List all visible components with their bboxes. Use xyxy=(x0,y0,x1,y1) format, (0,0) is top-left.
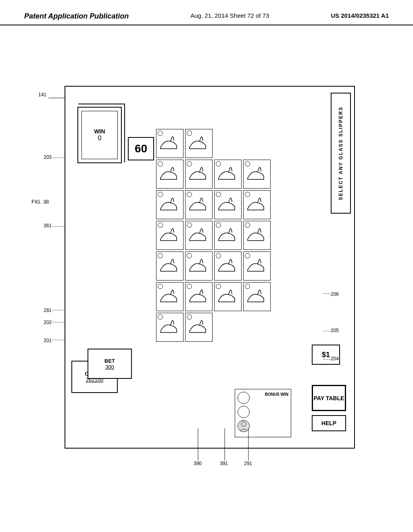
patent-number-label: US 2014/0235321 A1 xyxy=(331,12,389,19)
shoe-icon xyxy=(217,287,237,307)
shoe-card[interactable] xyxy=(156,160,184,189)
game-screen: WIN 0 SELECT ANY GLASS SLIPPERS 60 xyxy=(65,86,355,449)
ref-202-line xyxy=(52,322,65,322)
shoe-icon xyxy=(159,225,179,245)
shoe-card[interactable] xyxy=(185,313,213,342)
ref-281-line xyxy=(52,310,64,310)
shoe-card[interactable] xyxy=(156,129,184,158)
ref-205-line xyxy=(323,331,331,331)
bonus-circle-1[interactable] xyxy=(238,392,250,404)
ref-291: 291 xyxy=(244,461,252,466)
shoe-card[interactable] xyxy=(185,282,213,311)
ref-201: 201 xyxy=(44,338,52,343)
shoe-card[interactable] xyxy=(214,251,242,281)
shoe-icon xyxy=(188,317,208,337)
ref-203: 203 xyxy=(44,154,52,160)
win-area: WIN 0 xyxy=(77,107,122,163)
bet-value: 300 xyxy=(105,364,114,370)
shoe-icon xyxy=(188,164,208,184)
shoe-card[interactable] xyxy=(214,160,242,189)
content-area: 141 292 WIN 0 xyxy=(0,25,413,525)
shoe-card[interactable] xyxy=(214,190,242,219)
ref-391: 391 xyxy=(220,461,228,466)
bonus-win-area: BONUS WIN xyxy=(235,389,291,437)
select-banner: SELECT ANY GLASS SLIPPERS xyxy=(331,93,351,214)
shoe-card[interactable] xyxy=(185,221,213,250)
shoe-card[interactable] xyxy=(156,221,184,250)
svg-point-3 xyxy=(241,422,246,426)
shoe-icon xyxy=(159,256,179,276)
ref-204-line xyxy=(323,359,331,360)
ref-391-vline xyxy=(224,428,225,461)
number-60-display: 60 xyxy=(128,137,154,160)
shoe-icon xyxy=(188,133,208,154)
shoe-card[interactable] xyxy=(214,221,242,250)
shoe-icon xyxy=(188,287,208,307)
shoe-card[interactable] xyxy=(243,251,271,281)
shoe-card[interactable] xyxy=(243,221,271,250)
shoe-icon xyxy=(246,225,266,245)
portrait-icon xyxy=(238,420,249,432)
ref-390: 390 xyxy=(194,461,202,466)
win-value: 0 xyxy=(98,135,102,142)
shoe-card[interactable] xyxy=(185,160,213,189)
shoe-icon xyxy=(188,195,208,215)
ref-141: 141 xyxy=(38,92,46,98)
shoe-icon xyxy=(159,287,179,307)
shoe-icon xyxy=(217,195,237,215)
win-label: WIN xyxy=(94,128,105,135)
bonus-circles xyxy=(238,392,250,432)
ref-361-line xyxy=(52,226,65,227)
ref-203-line xyxy=(52,158,65,158)
shoe-icon xyxy=(159,133,179,154)
shoe-icon xyxy=(159,164,179,184)
shoe-icon xyxy=(188,256,208,276)
shoe-card[interactable] xyxy=(214,282,242,311)
bet-label: BET xyxy=(104,358,115,364)
shoe-icon xyxy=(217,164,237,184)
shoe-card[interactable] xyxy=(243,190,271,219)
ref-201-line xyxy=(52,340,65,340)
bonus-circle-2[interactable] xyxy=(238,406,250,418)
shoe-icon xyxy=(217,256,237,276)
shoe-card[interactable] xyxy=(156,190,184,219)
figure-label: FIG. 38 xyxy=(31,199,49,205)
shoe-icon xyxy=(188,225,208,245)
dollar-button[interactable]: $1 xyxy=(312,345,340,365)
bet-display: BET 300 xyxy=(88,349,132,379)
page-header: Patent Application Publication Aug. 21, … xyxy=(0,0,413,25)
shoe-card[interactable] xyxy=(156,251,184,281)
shoe-icon xyxy=(246,287,266,307)
ref-281: 281 xyxy=(44,308,52,313)
ref-205: 205 xyxy=(331,328,339,333)
ref-291-vline xyxy=(248,428,249,461)
date-sheet-label: Aug. 21, 2014 Sheet 72 of 73 xyxy=(190,12,269,19)
ref-202: 202 xyxy=(44,320,52,325)
shoe-card[interactable] xyxy=(243,282,271,311)
pay-table-button[interactable]: PAY TABLE xyxy=(312,385,346,411)
shoe-card[interactable] xyxy=(185,129,213,158)
shoe-icon xyxy=(246,195,266,215)
shoe-card[interactable] xyxy=(243,160,271,189)
help-button[interactable]: HELP xyxy=(312,415,346,431)
shoe-icon xyxy=(159,195,179,215)
ref-204: 204 xyxy=(331,356,339,362)
ref-206-line xyxy=(323,293,331,294)
ref-361: 361 xyxy=(44,223,52,229)
shoe-card[interactable] xyxy=(185,190,213,219)
ref-206: 206 xyxy=(331,291,339,297)
shoe-grid xyxy=(156,129,271,343)
shoe-icon xyxy=(246,256,266,276)
ref-390-vline xyxy=(198,428,198,461)
shoe-card[interactable] xyxy=(156,313,184,342)
shoe-card[interactable] xyxy=(185,251,213,281)
publication-label: Patent Application Publication xyxy=(24,12,129,21)
shoe-icon xyxy=(217,225,237,245)
shoe-card[interactable] xyxy=(156,282,184,311)
bonus-win-label: BONUS WIN xyxy=(265,392,288,397)
shoe-icon xyxy=(246,164,266,184)
shoe-icon xyxy=(159,317,179,337)
